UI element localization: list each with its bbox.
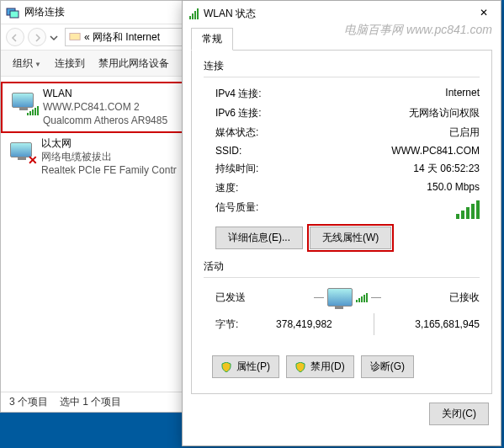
network-icon	[6, 6, 19, 19]
status-titlebar[interactable]: WLAN 状态 ✕	[183, 1, 501, 26]
ipv4-label: IPv4 连接:	[215, 87, 262, 101]
diagnose-button[interactable]: 诊断(G)	[361, 355, 414, 378]
connection-group: 连接 IPv4 连接:Internet IPv6 连接:无网络访问权限 媒体状态…	[204, 59, 480, 249]
svg-rect-2	[70, 33, 80, 40]
tabstrip: 常规	[183, 26, 501, 50]
network-connections-window: 网络连接 « 网络和 Internet 组织▼ 连接到 禁用此网络设备 WLAN…	[0, 0, 190, 413]
back-button[interactable]	[6, 28, 24, 46]
nc-command-bar: 组织▼ 连接到 禁用此网络设备	[1, 50, 189, 77]
organize-menu[interactable]: 组织▼	[8, 54, 46, 73]
ethernet-adapter-icon: ✕	[8, 136, 34, 163]
nc-titlebar[interactable]: 网络连接	[1, 1, 189, 24]
shield-icon	[221, 362, 231, 372]
separator	[374, 313, 374, 335]
tab-general[interactable]: 常规	[191, 28, 233, 51]
ipv6-label: IPv6 连接:	[215, 106, 262, 120]
duration-label: 持续时间:	[215, 162, 258, 176]
svg-rect-1	[10, 11, 19, 18]
forward-button[interactable]	[28, 28, 46, 46]
wireless-properties-button[interactable]: 无线属性(W)	[310, 227, 391, 249]
folder-icon	[69, 30, 81, 45]
disable-button[interactable]: 禁用(D)	[286, 355, 354, 378]
status-title: WLAN 状态	[204, 7, 256, 21]
details-button[interactable]: 详细信息(E)...	[215, 227, 303, 249]
close-icon: ✕	[480, 7, 488, 19]
ipv6-value: 无网络访问权限	[409, 106, 480, 120]
tab-content: 连接 IPv4 连接:Internet IPv6 连接:无网络访问权限 媒体状态…	[191, 50, 492, 394]
close-dialog-button[interactable]: 关闭(C)	[429, 403, 489, 425]
adapter-device: Realtek PCIe FE Family Contr	[41, 163, 177, 177]
activity-icon: — —	[314, 288, 381, 307]
arrow-left-icon	[11, 33, 19, 41]
duration-value: 14 天 06:52:23	[413, 162, 480, 176]
item-count: 3 个项目	[9, 395, 48, 409]
arrow-right-icon	[33, 33, 41, 41]
selection-count: 选中 1 个项目	[60, 395, 121, 409]
bytes-label: 字节:	[215, 317, 238, 332]
adapter-name: 以太网	[41, 136, 177, 150]
properties-button[interactable]: 属性(P)	[212, 355, 279, 378]
adapter-status: WWW.PC841.COM 2	[43, 100, 167, 114]
sent-label: 已发送	[215, 291, 246, 305]
adapter-wlan[interactable]: WLAN WWW.PC841.COM 2 Qualcomm Atheros AR…	[1, 82, 189, 133]
activity-group: 活动 已发送 — — 已接收 字节: 378,419,982 3,165,681…	[204, 259, 480, 339]
adapter-name: WLAN	[43, 87, 167, 100]
adapter-status: 网络电缆被拔出	[41, 150, 177, 163]
wlan-status-dialog: WLAN 状态 ✕ 电脑百事网 www.pc841.com 常规 连接 IPv4…	[182, 0, 501, 446]
recv-label: 已接收	[449, 291, 480, 305]
adapter-device: Qualcomm Atheros AR9485	[43, 114, 167, 127]
speed-label: 速度:	[215, 181, 238, 195]
ssid-label: SSID:	[215, 145, 241, 157]
signal-value	[456, 200, 480, 219]
address-bar[interactable]: « 网络和 Internet	[65, 28, 184, 46]
media-value: 已启用	[449, 125, 480, 140]
nc-title: 网络连接	[24, 5, 65, 19]
breadcrumb: « 网络和 Internet	[84, 30, 160, 45]
connect-to-menu[interactable]: 连接到	[50, 54, 90, 73]
adapter-ethernet[interactable]: ✕ 以太网 网络电缆被拔出 Realtek PCIe FE Family Con…	[1, 133, 189, 181]
disconnected-icon: ✕	[28, 153, 38, 167]
signal-label: 信号质量:	[215, 200, 258, 219]
bytes-recv-value: 3,165,681,945	[415, 318, 480, 330]
bytes-sent-value: 378,419,982	[276, 318, 332, 330]
wlan-adapter-icon	[9, 87, 36, 114]
connection-header: 连接	[204, 59, 480, 77]
chevron-down-icon[interactable]	[50, 33, 58, 41]
signal-bars-icon	[456, 200, 480, 219]
speed-value: 150.0 Mbps	[427, 181, 480, 195]
nc-navbar: « 网络和 Internet	[1, 24, 189, 50]
signal-bars-icon	[27, 106, 39, 115]
wifi-icon	[189, 8, 199, 19]
chevron-down-icon: ▼	[34, 61, 41, 68]
close-button[interactable]: ✕	[467, 1, 501, 24]
nc-statusbar: 3 个项目 选中 1 个项目	[1, 392, 189, 412]
bottom-buttons: 属性(P) 禁用(D) 诊断(G)	[204, 349, 480, 385]
activity-header: 活动	[204, 259, 480, 278]
ssid-value: WWW.PC841.COM	[391, 145, 480, 157]
disable-device-menu[interactable]: 禁用此网络设备	[93, 54, 174, 73]
ipv4-value: Internet	[445, 87, 480, 101]
media-label: 媒体状态:	[215, 125, 258, 140]
shield-icon	[295, 362, 305, 372]
adapter-list: WLAN WWW.PC841.COM 2 Qualcomm Atheros AR…	[1, 77, 189, 185]
